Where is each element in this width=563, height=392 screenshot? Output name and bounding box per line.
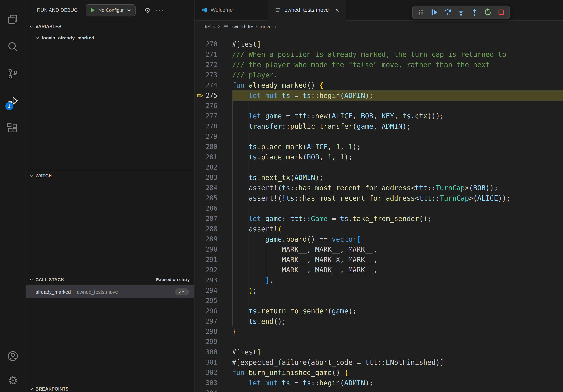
explorer-icon[interactable]	[5, 11, 21, 28]
step-into-icon[interactable]	[455, 7, 467, 18]
code-line-288[interactable]: 288 assert!(	[194, 224, 563, 234]
line-number[interactable]: 272	[194, 60, 232, 70]
code-line-302[interactable]: 302fun burn_unfinished_game() {	[194, 367, 563, 378]
code-line-270[interactable]: 270#[test]	[194, 39, 563, 49]
debug-config-dropdown[interactable]: No Configur	[86, 4, 136, 16]
line-number[interactable]: 292	[194, 265, 232, 275]
code-line-296[interactable]: 296 ts.return_to_sender(game);	[194, 306, 563, 316]
stop-icon[interactable]	[495, 7, 507, 18]
code-line-279[interactable]: 279	[194, 131, 563, 142]
code-line-295[interactable]: 295	[194, 296, 563, 306]
code-line-273[interactable]: 273/// player.	[194, 70, 563, 80]
code-line-272[interactable]: 272/// the player who made the "false" m…	[194, 60, 563, 70]
line-number[interactable]: 296	[194, 306, 232, 316]
line-number[interactable]: 273	[194, 70, 232, 80]
line-number[interactable]: 293	[194, 275, 232, 285]
line-number[interactable]: 270	[194, 39, 232, 49]
more-actions-icon[interactable]: ···	[156, 7, 164, 14]
settings-gear-icon[interactable]: ⚙	[5, 372, 21, 389]
breakpoints-section-header[interactable]: BREAKPOINTS	[26, 383, 194, 392]
code-line-292[interactable]: 292 MARK__, MARK__, MARK__,	[194, 265, 563, 275]
code-line-294[interactable]: 294 );	[194, 285, 563, 296]
line-number[interactable]: 281	[194, 152, 232, 162]
code-line-275[interactable]: 275 let mut ts = ts::begin(ADMIN);	[194, 91, 563, 101]
line-number[interactable]: 299	[194, 337, 232, 347]
code-line-290[interactable]: 290 MARK__, MARK__, MARK__,	[194, 244, 563, 255]
line-number[interactable]: 289	[194, 234, 232, 244]
start-debug-icon[interactable]	[90, 7, 96, 13]
search-icon[interactable]	[5, 38, 21, 55]
code-line-286[interactable]: 286	[194, 203, 563, 214]
line-number[interactable]: 301	[194, 357, 232, 367]
code-line-304[interactable]: 304	[194, 388, 563, 392]
watch-section-header[interactable]: WATCH	[26, 170, 194, 182]
call-stack-frame[interactable]: already_marked owned_tests.move 275	[26, 285, 194, 299]
variables-scope-locals[interactable]: locals: already_marked	[26, 32, 194, 43]
run-and-debug-icon[interactable]: 1	[5, 93, 21, 109]
code-line-293[interactable]: 293 ],	[194, 275, 563, 285]
code-line-280[interactable]: 280 ts.place_mark(ALICE, 1, 1);	[194, 142, 563, 152]
line-number[interactable]: 277	[194, 111, 232, 121]
toolbar-drag-handle[interactable]	[415, 7, 427, 18]
code-line-300[interactable]: 300#[test]	[194, 347, 563, 357]
code-line-301[interactable]: 301#[expected_failure(abort_code = ttt::…	[194, 357, 563, 367]
breadcrumb-symbol-more[interactable]: …	[279, 24, 284, 30]
line-number[interactable]: 288	[194, 224, 232, 234]
line-number[interactable]: 298	[194, 327, 232, 337]
call-stack-section-header[interactable]: CALL STACK Paused on entry	[26, 274, 194, 285]
line-number[interactable]: 291	[194, 255, 232, 265]
line-number[interactable]: 276	[194, 101, 232, 111]
line-number[interactable]: 290	[194, 244, 232, 255]
code-line-287[interactable]: 287 let game: ttt::Game = ts.take_from_s…	[194, 214, 563, 224]
line-number[interactable]: 303	[194, 378, 232, 388]
step-over-icon[interactable]	[441, 7, 454, 18]
line-number[interactable]: 283	[194, 172, 232, 183]
code-line-271[interactable]: 271/// When a position is already marked…	[194, 49, 563, 60]
restart-icon[interactable]	[482, 7, 494, 18]
breadcrumb-file[interactable]: owned_tests.move	[223, 24, 272, 30]
debug-settings-gear-icon[interactable]: ⚙	[144, 6, 151, 14]
line-number[interactable]: 279	[194, 131, 232, 142]
line-number[interactable]: 282	[194, 162, 232, 172]
line-number[interactable]: 300	[194, 347, 232, 357]
code-line-284[interactable]: 284 assert!(ts::has_most_recent_for_addr…	[194, 183, 563, 193]
code-line-282[interactable]: 282	[194, 162, 563, 172]
continue-icon[interactable]	[428, 7, 440, 18]
step-out-icon[interactable]	[468, 7, 481, 18]
code-line-289[interactable]: 289 game.board() == vector[	[194, 234, 563, 244]
code-editor[interactable]: 270#[test]271/// When a position is alre…	[194, 33, 563, 392]
tab-welcome[interactable]: Welcome	[194, 0, 268, 20]
line-number[interactable]: 278	[194, 121, 232, 131]
line-number[interactable]: 287	[194, 214, 232, 224]
code-line-303[interactable]: 303 let mut ts = ts::begin(ADMIN);	[194, 378, 563, 388]
line-number[interactable]: 271	[194, 49, 232, 60]
line-number[interactable]: 304	[194, 388, 232, 392]
line-number[interactable]: 274	[194, 80, 232, 91]
code-line-299[interactable]: 299	[194, 337, 563, 347]
code-line-281[interactable]: 281 ts.place_mark(BOB, 1, 1);	[194, 152, 563, 162]
line-number[interactable]: 284	[194, 183, 232, 193]
code-line-291[interactable]: 291 MARK__, MARK_X, MARK__,	[194, 255, 563, 265]
code-line-298[interactable]: 298}	[194, 327, 563, 337]
line-number[interactable]: 294	[194, 285, 232, 296]
variables-section-header[interactable]: VARIABLES	[26, 21, 194, 32]
extensions-icon[interactable]	[5, 120, 21, 137]
code-line-278[interactable]: 278 transfer::public_transfer(game, ADMI…	[194, 121, 563, 131]
line-number[interactable]: 285	[194, 193, 232, 203]
code-line-277[interactable]: 277 let game = ttt::new(ALICE, BOB, KEY,…	[194, 111, 563, 121]
line-number[interactable]: 286	[194, 203, 232, 214]
tab-owned-tests-move[interactable]: owned_tests.move ×	[268, 0, 346, 20]
breadcrumb-folder[interactable]: tests	[205, 24, 215, 30]
code-line-285[interactable]: 285 assert!(!ts::has_most_recent_for_add…	[194, 193, 563, 203]
line-number[interactable]: 275	[194, 91, 232, 101]
code-line-297[interactable]: 297 ts.end();	[194, 316, 563, 327]
line-number[interactable]: 295	[194, 296, 232, 306]
code-line-283[interactable]: 283 ts.next_tx(ADMIN);	[194, 172, 563, 183]
line-number[interactable]: 302	[194, 367, 232, 378]
source-control-icon[interactable]	[5, 65, 21, 82]
code-line-276[interactable]: 276	[194, 101, 563, 111]
code-line-274[interactable]: 274fun already_marked() {	[194, 80, 563, 91]
line-number[interactable]: 297	[194, 316, 232, 327]
close-icon[interactable]: ×	[335, 7, 339, 13]
account-icon[interactable]	[5, 348, 21, 364]
